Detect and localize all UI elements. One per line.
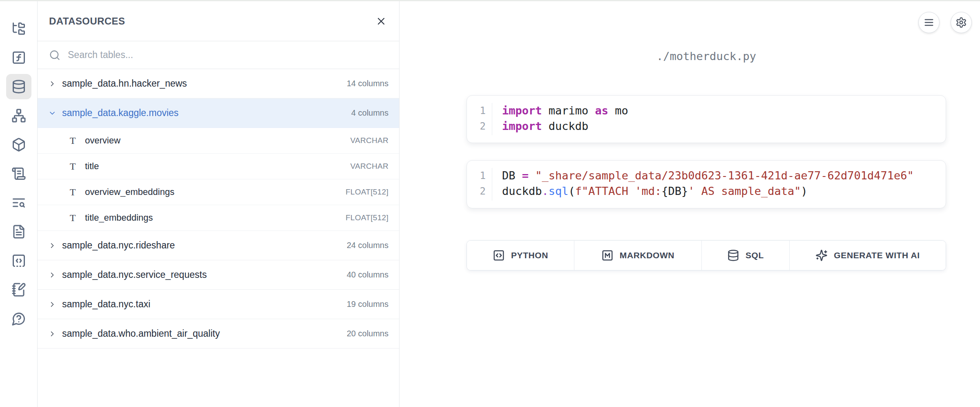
code-line: import duckdb <box>502 119 946 134</box>
text-type-icon: T <box>68 161 78 172</box>
line-number: 2 <box>480 183 486 199</box>
table-row[interactable]: sample_data.nyc.service_requests40 colum… <box>38 260 399 290</box>
table-name: sample_data.nyc.service_requests <box>62 269 207 280</box>
text-search-icon <box>11 195 26 210</box>
table-name: sample_data.nyc.rideshare <box>62 240 175 251</box>
table-row[interactable]: sample_data.who.ambient_air_quality20 co… <box>38 319 399 349</box>
chevron-down-icon <box>48 109 56 117</box>
code-line: duckdb.sql(f"ATTACH 'md:{DB}' AS sample_… <box>502 183 946 199</box>
line-number: 1 <box>480 168 486 183</box>
chevron-right-icon <box>48 330 56 338</box>
search-icon <box>49 49 60 61</box>
table-column-count: 14 columns <box>347 79 388 88</box>
sidebar-item-scroll-text[interactable] <box>6 161 31 186</box>
markdown-icon <box>601 249 614 262</box>
column-type: FLOAT[512] <box>346 213 388 222</box>
table-row[interactable]: sample_data.nyc.rideshare24 columns <box>38 231 399 260</box>
table-list: sample_data.hn.hacker_news14 columnssamp… <box>38 69 399 349</box>
column-name: title_embeddings <box>85 212 153 223</box>
text-type-icon: T <box>68 212 78 224</box>
line-number: 1 <box>480 103 486 119</box>
database-icon <box>727 249 739 262</box>
line-number-gutter: 12 <box>467 103 492 135</box>
sidebar-item-notebook-pen[interactable] <box>6 277 31 302</box>
table-name: sample_data.nyc.taxi <box>62 299 150 310</box>
x-icon <box>375 16 387 27</box>
code-cell[interactable]: 12DB = "_share/sample_data/23b0d623-1361… <box>467 160 946 208</box>
line-number-gutter: 12 <box>467 168 492 201</box>
table-column-count: 40 columns <box>347 270 388 280</box>
column-name: title <box>85 161 99 172</box>
column-type: VARCHAR <box>350 162 388 171</box>
sidebar-item-file-text[interactable] <box>6 219 31 244</box>
sidebar-item-text-search[interactable] <box>6 190 31 215</box>
code-editor[interactable]: DB = "_share/sample_data/23b0d623-1361-4… <box>492 168 946 201</box>
sidebar-item-function-square[interactable] <box>6 45 31 70</box>
code-line: import marimo as mo <box>502 103 946 119</box>
code-square-icon <box>493 249 505 262</box>
helper-panel-rail <box>0 1 38 407</box>
close-panel-button[interactable] <box>375 16 387 27</box>
sparkles-icon <box>815 249 828 262</box>
datasources-panel: DATASOURCES sample_data.hn.hacker_news14… <box>38 1 400 407</box>
table-column-count: 19 columns <box>347 300 388 309</box>
chevron-right-icon <box>48 80 56 88</box>
sidebar-item-folder-tree[interactable] <box>6 16 31 41</box>
table-search-bar <box>38 41 399 69</box>
help-question-bubble-icon <box>11 311 26 326</box>
column-row[interactable]: Toverview_embeddingsFLOAT[512] <box>38 179 399 205</box>
text-type-icon: T <box>68 135 78 146</box>
network-icon <box>11 108 26 123</box>
notebook-menu-button[interactable] <box>918 12 940 33</box>
table-row[interactable]: sample_data.hn.hacker_news14 columns <box>38 69 399 98</box>
column-name: overview <box>85 135 121 146</box>
database-icon <box>11 79 26 94</box>
scroll-text-icon <box>11 166 26 181</box>
panel-title: DATASOURCES <box>49 16 125 27</box>
add-cell-button-label: MARKDOWN <box>620 250 674 260</box>
sidebar-item-box[interactable] <box>6 132 31 157</box>
chevron-right-icon <box>48 300 56 309</box>
table-name: sample_data.kaggle.movies <box>62 107 179 119</box>
add-cell-generate-with-ai-button[interactable]: GENERATE WITH AI <box>790 241 946 270</box>
table-row[interactable]: sample_data.kaggle.movies4 columns <box>38 98 399 128</box>
chevron-right-icon <box>48 242 56 250</box>
table-column-count: 24 columns <box>347 241 388 250</box>
text-type-icon: T <box>68 187 78 198</box>
add-cell-sql-button[interactable]: SQL <box>702 241 790 270</box>
box-icon <box>11 137 26 152</box>
code-editor[interactable]: import marimo as moimport duckdb <box>492 103 946 135</box>
code-cell[interactable]: 12import marimo as moimport duckdb <box>467 95 946 143</box>
table-row[interactable]: sample_data.nyc.taxi19 columns <box>38 290 399 319</box>
search-tables-input[interactable] <box>68 49 388 60</box>
add-cell-markdown-button[interactable]: MARKDOWN <box>574 241 702 270</box>
sidebar-item-network[interactable] <box>6 103 31 128</box>
table-column-count: 4 columns <box>351 108 388 118</box>
add-cell-button-label: PYTHON <box>511 250 548 260</box>
settings-gear-icon <box>955 17 967 28</box>
datasources-panel-header: DATASOURCES <box>38 1 399 41</box>
column-type: VARCHAR <box>350 136 388 145</box>
settings-button[interactable] <box>951 12 972 33</box>
table-column-count: 20 columns <box>347 329 388 338</box>
chevron-right-icon <box>48 271 56 279</box>
column-row[interactable]: ToverviewVARCHAR <box>38 128 399 154</box>
add-cell-button-label: SQL <box>746 250 764 260</box>
sidebar-item-snippets-code[interactable] <box>6 248 31 273</box>
notebook-pen-icon <box>11 282 26 297</box>
table-name: sample_data.who.ambient_air_quality <box>62 328 220 339</box>
snippets-code-icon <box>11 253 26 268</box>
column-type: FLOAT[512] <box>346 188 388 197</box>
column-row[interactable]: Ttitle_embeddingsFLOAT[512] <box>38 205 399 231</box>
add-cell-button-label: GENERATE WITH AI <box>834 250 920 260</box>
notebook-filename[interactable]: ./motherduck.py <box>467 50 946 63</box>
sidebar-item-database[interactable] <box>6 74 31 99</box>
column-row[interactable]: TtitleVARCHAR <box>38 154 399 179</box>
line-number: 2 <box>480 119 486 134</box>
table-name: sample_data.hn.hacker_news <box>62 78 187 89</box>
column-name: overview_embeddings <box>85 187 174 197</box>
add-cell-python-button[interactable]: PYTHON <box>467 241 574 270</box>
add-cell-toolbar: PYTHONMARKDOWNSQLGENERATE WITH AI <box>467 240 946 271</box>
sidebar-item-help-question-bubble[interactable] <box>6 306 31 331</box>
code-line: DB = "_share/sample_data/23b0d623-1361-4… <box>502 168 946 183</box>
